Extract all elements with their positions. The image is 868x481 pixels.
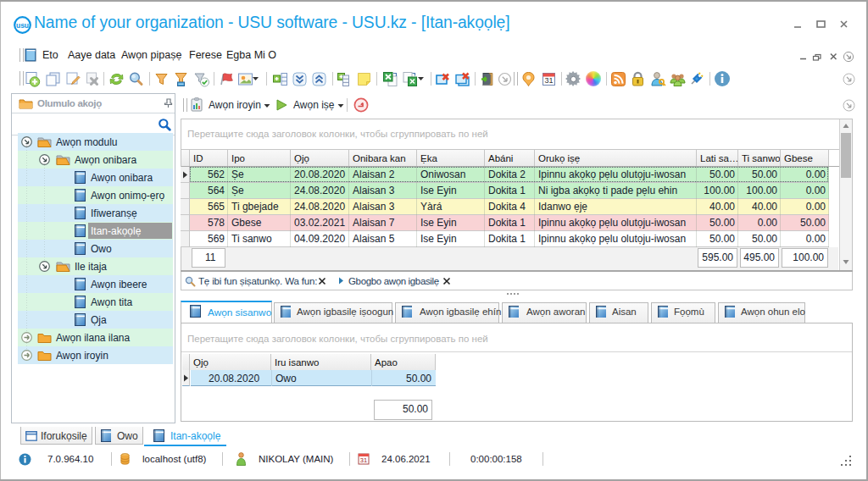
svg-text:usu: usu: [16, 21, 29, 30]
svg-text:31: 31: [360, 456, 367, 464]
svg-text:31: 31: [544, 76, 553, 85]
